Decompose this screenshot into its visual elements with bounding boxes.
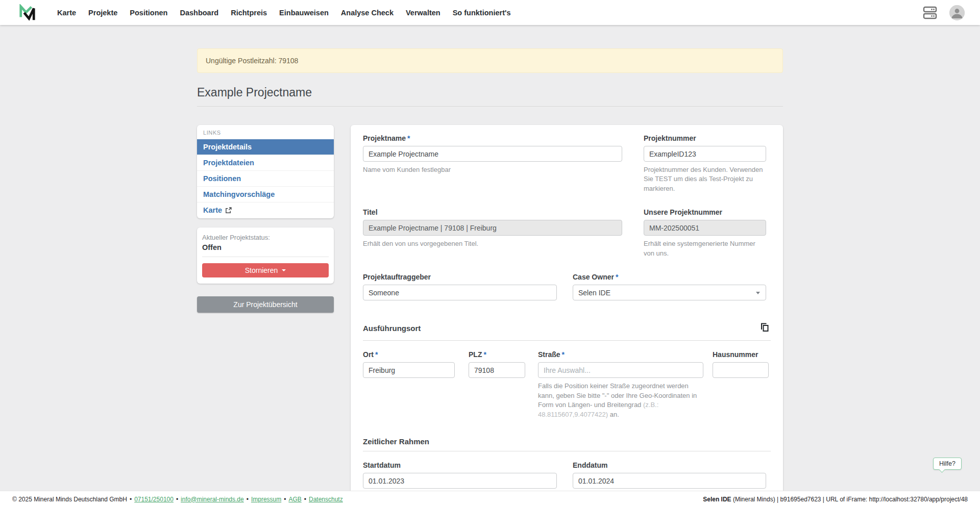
nav-item-positionen[interactable]: Positionen bbox=[124, 4, 174, 21]
sidebar-item-projektdateien[interactable]: Projektdateien bbox=[197, 155, 334, 171]
copy-address-button[interactable] bbox=[758, 321, 771, 335]
section-title-zeitlicher-rahmen: Zeitlicher Rahmen bbox=[363, 437, 429, 446]
nav-item-analyse-check[interactable]: Analyse Check bbox=[335, 4, 400, 21]
nav-item-einbauweisen[interactable]: Einbauweisen bbox=[273, 4, 335, 21]
sidebar-item-matchingvorschlaege[interactable]: Matchingvorschläge bbox=[197, 187, 334, 202]
ort-input[interactable] bbox=[363, 362, 455, 378]
separator-dot: • bbox=[247, 496, 249, 503]
page-title: Example Projectname bbox=[197, 86, 783, 99]
nav-item-so-funktionierts[interactable]: So funktioniert's bbox=[447, 4, 517, 21]
plz-label: PLZ* bbox=[469, 350, 525, 359]
footer-left: © 2025 Mineral Minds Deutschland GmbH • … bbox=[12, 496, 343, 503]
server-icon[interactable] bbox=[923, 6, 937, 19]
projektnummer-label: Projektnummer bbox=[644, 134, 766, 142]
footer-session-info: Selen IDE (Mineral Minds) | b91695ed7623… bbox=[703, 496, 968, 503]
footer-link-email[interactable]: info@mineral-minds.de bbox=[181, 496, 244, 503]
strasse-helper: Falls die Position keiner Straße zugeord… bbox=[538, 382, 703, 419]
sidebar-item-label: Positionen bbox=[203, 174, 241, 183]
links-card: LINKS Projektdetails Projektdateien Posi… bbox=[197, 125, 334, 218]
footer-link-phone[interactable]: 07151/250100 bbox=[134, 496, 174, 503]
required-asterisk: * bbox=[375, 350, 378, 359]
sidebar-item-projektdetails[interactable]: Projektdetails bbox=[197, 139, 334, 155]
projektnummer-input[interactable] bbox=[644, 146, 766, 162]
nav-item-richtpreis[interactable]: Richtpreis bbox=[225, 4, 273, 21]
chevron-down-icon bbox=[756, 292, 760, 294]
separator-dot: • bbox=[284, 496, 286, 503]
sidebar-item-label: Projektdateien bbox=[203, 159, 254, 167]
sidebar-item-karte[interactable]: Karte bbox=[197, 202, 334, 218]
titel-input bbox=[363, 220, 622, 236]
top-nav-bar: Karte Projekte Positionen Dashboard Rich… bbox=[0, 0, 980, 25]
titel-label: Titel bbox=[363, 208, 622, 216]
required-asterisk: * bbox=[407, 134, 410, 142]
separator-dot: • bbox=[304, 496, 306, 503]
ausfuehrungsort-divider bbox=[363, 340, 771, 341]
help-button[interactable]: Hilfe? bbox=[933, 458, 962, 470]
footer-copyright: © 2025 Mineral Minds Deutschland GmbH bbox=[12, 496, 127, 503]
projektname-label: Projektname* bbox=[363, 134, 622, 142]
footer-user-name: Selen IDE bbox=[703, 496, 731, 503]
startdatum-label: Startdatum bbox=[363, 461, 557, 469]
status-label: Aktueller Projektstatus: bbox=[202, 234, 329, 241]
required-asterisk: * bbox=[562, 350, 565, 359]
footer-bar: © 2025 Mineral Minds Deutschland GmbH • … bbox=[0, 491, 980, 507]
separator-dot: • bbox=[130, 496, 132, 503]
nav-item-dashboard[interactable]: Dashboard bbox=[174, 4, 225, 21]
header-icons bbox=[923, 5, 965, 20]
required-asterisk: * bbox=[483, 350, 486, 359]
nav-item-karte[interactable]: Karte bbox=[51, 4, 82, 21]
status-divider bbox=[202, 257, 329, 257]
sidebar: LINKS Projektdetails Projektdateien Posi… bbox=[197, 125, 334, 313]
strasse-input[interactable] bbox=[538, 362, 703, 378]
projektname-input[interactable] bbox=[363, 146, 622, 162]
title-divider bbox=[197, 106, 783, 107]
stornieren-button[interactable]: Stornieren bbox=[202, 263, 329, 277]
stornieren-button-label: Stornieren bbox=[245, 266, 278, 274]
status-value: Offen bbox=[202, 243, 329, 251]
ort-label: Ort* bbox=[363, 350, 455, 359]
footer-link-impressum[interactable]: Impressum bbox=[251, 496, 281, 503]
hausnummer-label: Hausnummer bbox=[713, 350, 769, 359]
section-title-ausfuehrungsort: Ausführungsort bbox=[363, 324, 421, 333]
sidebar-item-label: Matchingvorschläge bbox=[203, 190, 275, 198]
sidebar-item-label: Karte bbox=[203, 206, 222, 214]
footer-link-datenschutz[interactable]: Datenschutz bbox=[309, 496, 343, 503]
nav-item-projekte[interactable]: Projekte bbox=[82, 4, 124, 21]
sidebar-item-label: Projektdetails bbox=[203, 143, 252, 151]
projektname-helper: Name vom Kunden festlegbar bbox=[363, 165, 622, 174]
logo-icon bbox=[18, 4, 36, 21]
project-status-card: Aktueller Projektstatus: Offen Storniere… bbox=[197, 227, 334, 284]
titel-helper: Erhält den von uns vorgegebenen Titel. bbox=[363, 239, 622, 248]
projektauftraggeber-label: Projektauftraggeber bbox=[363, 273, 557, 281]
copy-icon bbox=[760, 322, 770, 333]
enddatum-label: Enddatum bbox=[573, 461, 766, 469]
external-link-icon bbox=[225, 207, 232, 214]
strasse-label: Straße* bbox=[538, 350, 703, 359]
sidebar-item-positionen[interactable]: Positionen bbox=[197, 171, 334, 187]
main-nav: Karte Projekte Positionen Dashboard Rich… bbox=[51, 4, 517, 21]
warning-banner-text: Ungültige Postleitzahl: 79108 bbox=[206, 57, 298, 65]
case-owner-select[interactable]: Selen IDE bbox=[573, 285, 766, 300]
footer-link-agb[interactable]: AGB bbox=[288, 496, 301, 503]
unsere-projektnummer-input bbox=[644, 220, 766, 236]
user-avatar[interactable] bbox=[949, 5, 965, 20]
warning-banner: Ungültige Postleitzahl: 79108 bbox=[197, 48, 783, 73]
zur-projektuebersicht-button[interactable]: Zur Projektübersicht bbox=[197, 296, 334, 313]
person-icon bbox=[949, 5, 965, 20]
separator-dot: • bbox=[176, 496, 178, 503]
unsere-projektnummer-helper: Erhält eine systemgenerierte Nummer von … bbox=[644, 239, 766, 258]
nav-item-verwalten[interactable]: Verwalten bbox=[400, 4, 447, 21]
hausnummer-input[interactable] bbox=[713, 362, 769, 378]
project-details-form: Projektname* Name vom Kunden festlegbar … bbox=[351, 125, 783, 504]
caret-down-icon bbox=[282, 269, 286, 271]
unsere-projektnummer-label: Unsere Projektnummer bbox=[644, 208, 766, 216]
mineral-minds-logo[interactable] bbox=[18, 4, 36, 21]
case-owner-label: Case Owner* bbox=[573, 273, 766, 281]
startdatum-input[interactable] bbox=[363, 473, 557, 489]
case-owner-selected-value: Selen IDE bbox=[578, 289, 610, 297]
links-card-header: LINKS bbox=[197, 125, 334, 139]
enddatum-input[interactable] bbox=[573, 473, 766, 489]
plz-input[interactable] bbox=[469, 362, 525, 378]
required-asterisk: * bbox=[616, 273, 618, 281]
projektauftraggeber-input[interactable] bbox=[363, 285, 557, 300]
